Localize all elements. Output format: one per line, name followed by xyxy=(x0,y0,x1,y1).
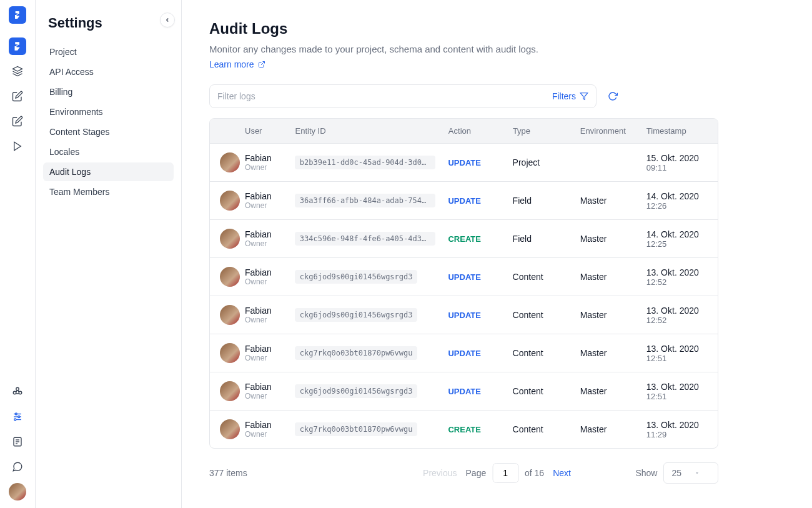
sidebar-item-project[interactable]: Project xyxy=(43,42,174,61)
sidebar-title: Settings xyxy=(48,15,169,31)
svg-marker-16 xyxy=(580,93,588,100)
cell-env: Master xyxy=(580,348,646,358)
app-logo-icon[interactable] xyxy=(9,6,26,24)
page-subtitle: Monitor any changes made to your project… xyxy=(209,44,785,54)
sidebar-item-audit-logs[interactable]: Audit Logs xyxy=(43,162,174,181)
cell-action: CREATE xyxy=(448,425,512,434)
user-role: Owner xyxy=(245,430,272,439)
play-icon[interactable] xyxy=(9,137,26,155)
timestamp-time: 12:52 xyxy=(646,316,708,325)
user-role: Owner xyxy=(245,163,272,172)
sidebar-item-content-stages[interactable]: Content Stages xyxy=(43,122,174,141)
timestamp-time: 12:26 xyxy=(646,201,708,211)
table-row[interactable]: Fabian Owner 36a3ff66-afbb-484a-adab-754… xyxy=(210,181,718,219)
timestamp-date: 13. Okt. 2020 xyxy=(646,344,708,354)
cell-env: Master xyxy=(580,310,646,320)
timestamp-date: 13. Okt. 2020 xyxy=(646,306,708,316)
learn-more-label: Learn more xyxy=(209,59,254,69)
filters-button[interactable]: Filters xyxy=(552,91,588,101)
cell-action: UPDATE xyxy=(448,158,512,167)
cell-user: Fabian Owner xyxy=(220,381,295,401)
avatar xyxy=(220,305,240,325)
edit-pen-icon[interactable] xyxy=(9,112,26,130)
page-title: Audit Logs xyxy=(209,20,785,37)
table-row[interactable]: Fabian Owner ckg6jod9s00gi01456wgsrgd3 U… xyxy=(210,372,718,410)
cell-entity: ckg6jod9s00gi01456wgsrgd3 xyxy=(295,384,448,398)
timestamp-time: 11:29 xyxy=(646,430,708,439)
user-name: Fabian xyxy=(245,267,272,277)
cell-type: Project xyxy=(513,157,580,167)
webhook-icon[interactable] xyxy=(9,383,26,401)
cell-action: CREATE xyxy=(448,234,512,244)
sliders-icon[interactable] xyxy=(9,408,26,426)
table-row[interactable]: Fabian Owner 334c596e-948f-4fe6-a405-4d3… xyxy=(210,219,718,257)
chevron-down-icon xyxy=(694,470,700,476)
cell-action: UPDATE xyxy=(448,196,512,206)
cell-user: Fabian Owner xyxy=(220,229,295,249)
sidebar-nav: ProjectAPI AccessBillingEnvironmentsCont… xyxy=(43,42,174,201)
avatar xyxy=(220,229,240,249)
edit-square-icon[interactable] xyxy=(9,87,26,105)
pagination-prev[interactable]: Previous xyxy=(423,468,457,478)
cell-action: UPDATE xyxy=(448,272,512,282)
filter-input[interactable] xyxy=(217,91,552,101)
cell-action: UPDATE xyxy=(448,349,512,358)
sidebar-item-locales[interactable]: Locales xyxy=(43,142,174,161)
avatar xyxy=(220,191,240,211)
user-name: Fabian xyxy=(245,306,272,316)
cell-env: Master xyxy=(580,272,646,282)
cell-entity: b2b39e11-dd0c-45ad-904d-3d032a401... xyxy=(295,156,448,169)
table-row[interactable]: Fabian Owner ckg6jod9s00gi01456wgsrgd3 U… xyxy=(210,257,718,296)
learn-more-link[interactable]: Learn more xyxy=(209,59,785,69)
sidebar-item-team-members[interactable]: Team Members xyxy=(43,182,174,201)
pagination-next[interactable]: Next xyxy=(553,468,571,478)
user-avatar[interactable] xyxy=(9,483,26,501)
entity-id-chip: ckg6jod9s00gi01456wgsrgd3 xyxy=(295,308,418,322)
user-role: Owner xyxy=(245,316,272,324)
entity-id-chip: 334c596e-948f-4fe6-a405-4d33ebc69... xyxy=(295,232,435,246)
sidebar-item-api-access[interactable]: API Access xyxy=(43,62,174,81)
timestamp-time: 12:51 xyxy=(646,392,708,401)
filters-label: Filters xyxy=(552,91,576,101)
timestamp-time: 12:52 xyxy=(646,277,708,287)
table-row[interactable]: Fabian Owner b2b39e11-dd0c-45ad-904d-3d0… xyxy=(210,143,718,181)
pagination-show-label: Show xyxy=(635,468,657,478)
timestamp-date: 13. Okt. 2020 xyxy=(646,267,708,277)
refresh-button[interactable] xyxy=(607,90,619,102)
sidebar-item-environments[interactable]: Environments xyxy=(43,102,174,121)
app-secondary-logo-icon[interactable] xyxy=(9,37,26,55)
cell-type: Content xyxy=(513,348,580,358)
entity-id-chip: ckg6jod9s00gi01456wgsrgd3 xyxy=(295,384,418,398)
cell-type: Content xyxy=(513,272,580,282)
layers-icon[interactable] xyxy=(9,62,26,80)
table-row[interactable]: Fabian Owner ckg7rkq0o03bt01870pw6vwgu U… xyxy=(210,334,718,372)
collapse-sidebar-button[interactable] xyxy=(160,12,175,27)
docs-icon[interactable] xyxy=(9,433,26,451)
cell-entity: ckg7rkq0o03bt01870pw6vwgu xyxy=(295,422,448,436)
cell-entity: ckg6jod9s00gi01456wgsrgd3 xyxy=(295,270,448,284)
user-name: Fabian xyxy=(245,153,272,163)
avatar xyxy=(220,419,240,439)
user-name: Fabian xyxy=(245,344,272,354)
pagination-page-label: Page xyxy=(466,468,487,478)
pagination-page-input[interactable] xyxy=(492,463,518,483)
header-time: Timestamp xyxy=(646,126,708,136)
icon-rail xyxy=(0,0,36,508)
chat-icon[interactable] xyxy=(9,458,26,476)
pagination-show-select[interactable]: 25 xyxy=(663,462,718,484)
header-env: Environment xyxy=(580,126,646,136)
table-row[interactable]: Fabian Owner ckg7rkq0o03bt01870pw6vwgu C… xyxy=(210,410,718,448)
table-row[interactable]: Fabian Owner ckg6jod9s00gi01456wgsrgd3 U… xyxy=(210,296,718,334)
avatar xyxy=(220,267,240,287)
cell-user: Fabian Owner xyxy=(220,152,295,172)
user-name: Fabian xyxy=(245,191,272,201)
timestamp-time: 09:11 xyxy=(646,163,708,172)
svg-point-4 xyxy=(16,387,19,391)
svg-point-10 xyxy=(14,419,16,421)
user-name: Fabian xyxy=(245,382,272,392)
sidebar-item-billing[interactable]: Billing xyxy=(43,82,174,101)
avatar xyxy=(220,152,240,172)
pagination: 377 items Previous Page of 16 Next Show … xyxy=(209,462,718,484)
avatar xyxy=(220,381,240,401)
cell-entity: 36a3ff66-afbb-484a-adab-7546bdb3ec... xyxy=(295,194,448,207)
